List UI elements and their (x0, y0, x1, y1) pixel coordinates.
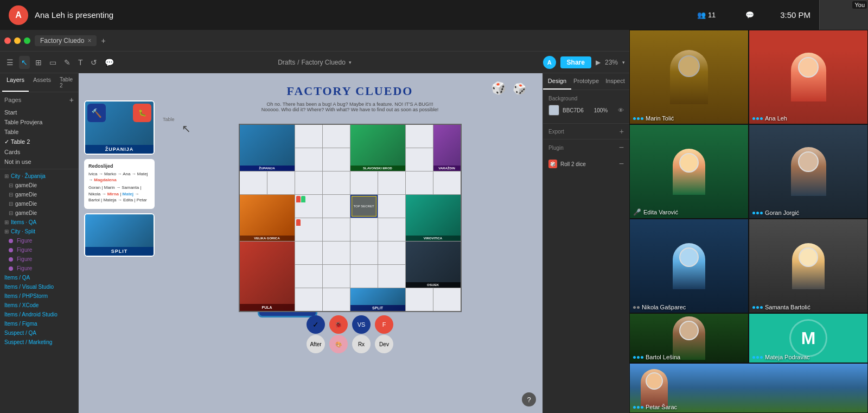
tab-prototype[interactable]: Prototype (571, 73, 601, 90)
frame-icon[interactable]: ⊞ (33, 56, 44, 69)
cell-r6-3 (295, 242, 322, 264)
color-opacity: 100% (594, 107, 608, 113)
layer-items-figma[interactable]: Items / Figma (0, 319, 78, 328)
zoom-arrow[interactable]: ▾ (622, 60, 625, 65)
layer-items-qa2[interactable]: Items / QA (0, 273, 78, 282)
tab-layers[interactable]: Layers (2, 73, 29, 92)
cell-r3-6 (378, 171, 405, 194)
layer-suspect-qa[interactable]: Suspect / QA (0, 328, 78, 338)
goran-name-bar: Goran Jorgić (749, 207, 867, 218)
layer-items-xcode[interactable]: Items / XCode (0, 301, 78, 310)
cell-empty-2 (323, 125, 350, 148)
cell-varazdin: VARAŽDIN (433, 125, 461, 171)
eye-icon[interactable]: 👁 (618, 107, 624, 113)
layer-city-split[interactable]: ⊞City · Split (0, 227, 78, 236)
cell-r7-4 (323, 265, 350, 288)
table-label: Table (163, 117, 537, 122)
layer-gamedie-2[interactable]: ⊟gameDie (0, 190, 78, 199)
page-table2[interactable]: ✓ Table 2 (0, 137, 78, 147)
layer-gamedie-4[interactable]: ⊟gameDie (0, 208, 78, 218)
layer-items-php[interactable]: Items / PHPStorm (0, 291, 78, 301)
select-icon[interactable]: ↖ (19, 56, 30, 69)
layer-figure-2[interactable]: Figure (0, 245, 78, 255)
minimize-button[interactable] (14, 37, 21, 44)
goran-dots (752, 212, 763, 214)
file-tab[interactable]: Factory Cluedo × (35, 35, 97, 46)
edita-name: Edita Varović (643, 209, 678, 215)
menu-icon[interactable]: ☰ (4, 56, 16, 69)
layer-gamedie-1[interactable]: ⊟gameDie (0, 181, 78, 190)
cell-r3-5 (350, 171, 378, 194)
marin-dots (633, 117, 643, 120)
user-avatar: A (543, 56, 556, 69)
mateja-name: Mateja Podravac (765, 354, 810, 360)
layer-items-vs[interactable]: Items / Visual Studio (0, 282, 78, 291)
page-cards[interactable]: Cards (0, 147, 78, 157)
chat-icon[interactable]: 💬 (728, 0, 771, 30)
layer-figure-1[interactable]: Figure (0, 236, 78, 245)
qa-mini-icon: 🐛 (133, 104, 151, 122)
cell-r6-6 (378, 242, 405, 264)
cell-r4-4 (323, 195, 350, 218)
edita-muted-icon: 🎤 (633, 208, 641, 216)
new-tab-button[interactable]: + (101, 36, 105, 45)
layer-gamedie-3[interactable]: ⊟gameDie (0, 199, 78, 208)
layer-figure-4[interactable]: Figure (0, 264, 78, 273)
cell-r3-1 (240, 171, 267, 194)
page-not-in-use[interactable]: Not in use (0, 157, 78, 167)
page-start[interactable]: Start (0, 107, 78, 117)
share-button[interactable]: Share (560, 56, 591, 68)
ana-name: Ana Leh (765, 115, 787, 122)
page-table[interactable]: Table (0, 127, 78, 137)
help-button[interactable]: ? (522, 392, 536, 406)
maximize-button[interactable] (24, 37, 30, 44)
cell-r5-6 (378, 218, 405, 241)
cell-virovitica: VIROVITICA (406, 195, 461, 241)
page-table-provjera[interactable]: Table Provjera (0, 117, 78, 127)
layer-items-qa[interactable]: ⊞Items · QA (0, 218, 78, 227)
panel-tabs: Layers Assets Table 2 (0, 73, 78, 92)
tab-table2[interactable]: Table 2 (55, 73, 77, 92)
toolbar-right: A Share ▶ 23% ▾ (543, 56, 625, 69)
video-row-4: Bartol Lešina M Mateja Podravac (629, 313, 868, 413)
close-button[interactable] (4, 37, 11, 44)
export-add-button[interactable]: + (620, 127, 624, 136)
play-icon[interactable]: ▶ (596, 59, 601, 66)
layer-city-zupanja[interactable]: ⊞City · Županija (0, 171, 78, 181)
top-bar-right: 👥 11 💬 3:50 PM You (685, 0, 868, 30)
cell-empty-1 (295, 125, 322, 148)
board-icons-row2: After 🎨 Rx Dev (163, 335, 537, 353)
color-swatch[interactable] (548, 105, 559, 116)
plugin-collapse-button[interactable]: − (619, 143, 624, 153)
add-page-button[interactable]: + (69, 96, 74, 104)
pen-icon[interactable]: ✎ (62, 56, 73, 69)
cell-r8-4 (323, 288, 350, 311)
presenter-avatar: A (9, 5, 28, 25)
layer-suspect-mkt[interactable]: Suspect / Marketing (0, 338, 78, 347)
icon-designer: 🎨 (329, 335, 348, 353)
participants-icon[interactable]: 👥 11 (685, 0, 728, 30)
text-icon[interactable]: T (76, 56, 85, 69)
breadcrumb: Drafts / Factory Cluedo ▾ (278, 59, 352, 66)
video-nikola: Nikola Gašparec (629, 219, 749, 313)
plugin-remove-button[interactable]: − (619, 159, 624, 169)
comment-icon[interactable]: 💬 (103, 56, 116, 69)
layer-items-android[interactable]: Items / Android Studio (0, 310, 78, 319)
background-label: Background (548, 96, 624, 101)
rect-icon[interactable]: ▭ (47, 56, 59, 69)
icon-visualstudio: VS (352, 315, 371, 334)
tab-design[interactable]: Design (543, 73, 571, 90)
layer-figure-3[interactable]: Figure (0, 255, 78, 264)
icon-figma: F (375, 315, 393, 334)
cell-r4-5: TOP SECRET (350, 195, 378, 218)
tab-inspect[interactable]: Inspect (601, 73, 629, 90)
tab-close-icon[interactable]: × (87, 37, 91, 45)
goran-name: Goran Jorgić (765, 209, 799, 216)
toolbar-left: ☰ ↖ ⊞ ▭ ✎ T ↺ 💬 (4, 56, 116, 69)
tab-assets[interactable]: Assets (29, 73, 55, 92)
window-controls (4, 37, 30, 44)
cell-r5-5 (350, 218, 378, 241)
color-row: BBC7D6 100% 👁 (548, 105, 624, 116)
transform-icon[interactable]: ↺ (88, 56, 99, 69)
export-section: Export + (543, 123, 629, 139)
